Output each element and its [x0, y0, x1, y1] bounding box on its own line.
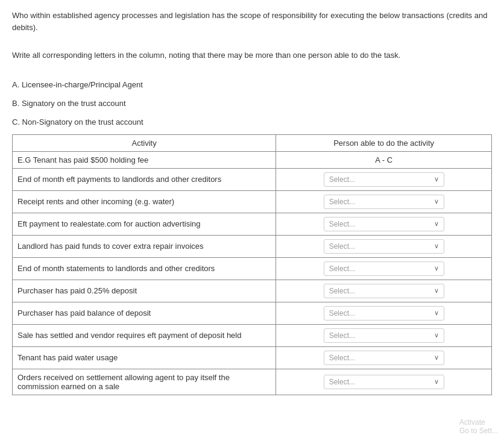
select-dropdown[interactable]: Select...∨	[324, 351, 444, 365]
select-dropdown[interactable]: Select...∨	[324, 217, 444, 231]
table-row: Eft payment to realestate.com for auctio…	[13, 213, 492, 235]
activity-cell: Tenant has paid water usage	[13, 346, 276, 369]
table-row: Receipt rents and other incoming (e.g. w…	[13, 190, 492, 213]
activity-cell: End of month statements to landlords and…	[13, 257, 276, 280]
intro-paragraph2: Write all corresponding letters in the c…	[12, 49, 492, 61]
select-dropdown[interactable]: Select...∨	[324, 284, 444, 298]
table-row: Purchaser has paid 0.25% depositSelect..…	[13, 280, 492, 302]
intro-paragraph1: Who within established agency processes …	[12, 10, 492, 33]
select-dropdown[interactable]: Select...∨	[324, 239, 444, 254]
legend-c: C. Non-Signatory on the trust account	[12, 115, 492, 129]
table-row: Orders received on settlement allowing a…	[13, 369, 492, 395]
select-placeholder: Select...	[329, 242, 355, 251]
select-placeholder: Select...	[329, 264, 355, 273]
column-header-person: Person able to do the activity	[276, 134, 492, 151]
table-row: E.G Tenant has paid $500 holding feeA - …	[13, 151, 492, 168]
table-row: End of month eft payments to landlords a…	[13, 168, 492, 190]
activity-cell: Purchaser has paid balance of deposit	[13, 302, 276, 324]
chevron-down-icon: ∨	[434, 331, 439, 339]
person-cell[interactable]: Select...∨	[276, 168, 492, 190]
table-row: Purchaser has paid balance of depositSel…	[13, 302, 492, 324]
select-dropdown[interactable]: Select...∨	[324, 172, 444, 187]
chevron-down-icon: ∨	[434, 198, 439, 205]
table-row: Tenant has paid water usageSelect...∨	[13, 346, 492, 369]
select-dropdown[interactable]: Select...∨	[324, 328, 444, 343]
chevron-down-icon: ∨	[434, 378, 439, 386]
select-dropdown[interactable]: Select...∨	[324, 195, 444, 209]
legend-a: A. Licensee-in-charge/Principal Agent	[12, 78, 492, 92]
table-row: Landlord has paid funds to cover extra r…	[13, 235, 492, 257]
select-placeholder: Select...	[329, 175, 355, 184]
person-cell[interactable]: Select...∨	[276, 213, 492, 235]
select-dropdown[interactable]: Select...∨	[324, 306, 444, 321]
person-cell[interactable]: Select...∨	[276, 257, 492, 280]
chevron-down-icon: ∨	[434, 175, 439, 183]
activity-cell: Eft payment to realestate.com for auctio…	[13, 213, 276, 235]
table-row: Sale has settled and vendor requires eft…	[13, 324, 492, 346]
select-placeholder: Select...	[329, 378, 355, 386]
activity-cell: E.G Tenant has paid $500 holding fee	[13, 151, 276, 168]
select-placeholder: Select...	[329, 287, 355, 295]
select-dropdown[interactable]: Select...∨	[324, 261, 444, 276]
chevron-down-icon: ∨	[434, 220, 439, 228]
legend-b: B. Signatory on the trust account	[12, 96, 492, 110]
person-cell[interactable]: Select...∨	[276, 280, 492, 302]
chevron-down-icon: ∨	[434, 309, 439, 317]
activity-cell: Receipt rents and other incoming (e.g. w…	[13, 190, 276, 213]
select-placeholder: Select...	[329, 331, 355, 340]
select-placeholder: Select...	[329, 309, 355, 317]
person-cell[interactable]: Select...∨	[276, 235, 492, 257]
person-cell[interactable]: Select...∨	[276, 346, 492, 369]
select-placeholder: Select...	[329, 354, 355, 362]
chevron-down-icon: ∨	[434, 354, 439, 361]
person-cell[interactable]: Select...∨	[276, 302, 492, 324]
table-row: End of month statements to landlords and…	[13, 257, 492, 280]
person-cell[interactable]: Select...∨	[276, 369, 492, 395]
activity-cell: Landlord has paid funds to cover extra r…	[13, 235, 276, 257]
chevron-down-icon: ∨	[434, 242, 439, 250]
chevron-down-icon: ∨	[434, 264, 439, 272]
person-cell[interactable]: Select...∨	[276, 324, 492, 346]
activities-table: Activity Person able to do the activity …	[12, 134, 492, 395]
person-cell: A - C	[276, 151, 492, 168]
chevron-down-icon: ∨	[434, 287, 439, 295]
activity-cell: Orders received on settlement allowing a…	[13, 369, 276, 395]
column-header-activity: Activity	[13, 134, 276, 151]
select-placeholder: Select...	[329, 220, 355, 228]
activity-cell: End of month eft payments to landlords a…	[13, 168, 276, 190]
activity-cell: Sale has settled and vendor requires eft…	[13, 324, 276, 346]
select-dropdown[interactable]: Select...∨	[324, 375, 444, 389]
person-cell[interactable]: Select...∨	[276, 190, 492, 213]
activity-cell: Purchaser has paid 0.25% deposit	[13, 280, 276, 302]
select-placeholder: Select...	[329, 198, 355, 206]
